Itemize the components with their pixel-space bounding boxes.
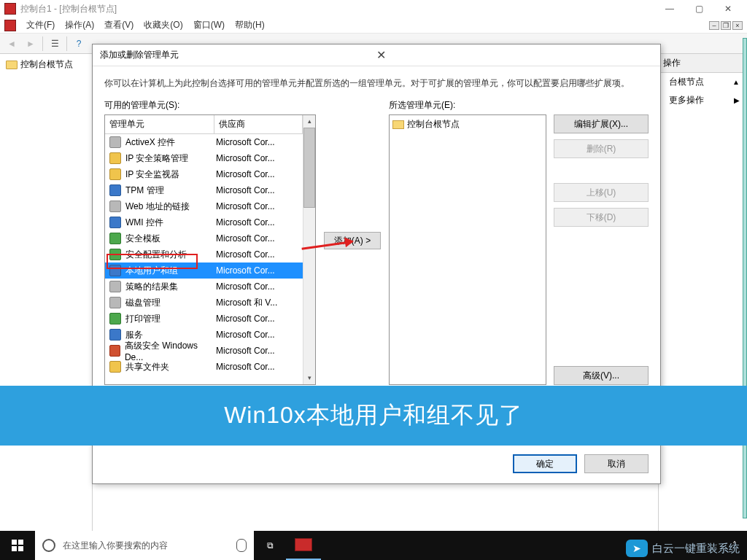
actions-section[interactable]: 台根节点 ▲: [659, 73, 747, 91]
menu-bar: 文件(F) 操作(A) 查看(V) 收藏夹(O) 窗口(W) 帮助(H) – ❐…: [0, 18, 747, 34]
list-scrollbar[interactable]: ▴ ▾: [303, 115, 315, 384]
cloud-icon: ➤: [626, 540, 648, 557]
snapin-icon: [109, 217, 121, 228]
menu-help[interactable]: 帮助(H): [235, 19, 265, 31]
snapin-row[interactable]: IP 安全策略管理Microsoft Cor...: [105, 150, 303, 166]
dialog-title: 添加或删除管理单元: [100, 49, 376, 61]
menu-file[interactable]: 文件(F): [26, 19, 55, 31]
snapin-row[interactable]: 本地用户和组Microsoft Cor...: [105, 262, 303, 279]
snapin-row[interactable]: TPM 管理Microsoft Cor...: [105, 182, 303, 198]
actions-more[interactable]: 更多操作 ▶: [659, 91, 747, 109]
snapin-name: ActiveX 控件: [125, 136, 175, 149]
snapin-row[interactable]: 打印管理Microsoft Cor...: [105, 311, 303, 327]
tree-root-item[interactable]: 控制台根节点: [3, 57, 89, 72]
snapin-icon: [109, 281, 121, 292]
selected-root-item[interactable]: 控制台根节点: [392, 118, 543, 131]
snapin-name: 安全配置和分析: [125, 249, 187, 261]
snapin-vendor: Microsoft Cor...: [212, 362, 303, 372]
snapin-vendor: Microsoft Cor...: [212, 153, 303, 163]
back-button[interactable]: ◄: [3, 35, 20, 52]
snapin-icon: [109, 168, 121, 180]
dialog-title-bar: 添加或删除管理单元 ✕: [93, 44, 660, 66]
scroll-down-button[interactable]: ▾: [303, 372, 315, 384]
snapin-name: WMI 控件: [125, 217, 163, 229]
maximize-button[interactable]: ▢: [684, 1, 713, 17]
forward-button[interactable]: ►: [22, 35, 39, 52]
scroll-thumb[interactable]: [303, 128, 315, 208]
move-up-button[interactable]: 上移(U): [554, 183, 649, 202]
snapin-row[interactable]: 安全模板Microsoft Cor...: [105, 230, 303, 246]
start-button[interactable]: [0, 531, 35, 560]
snapin-row[interactable]: 策略的结果集Microsoft Cor...: [105, 279, 303, 295]
snapin-name: Web 地址的链接: [125, 201, 190, 213]
snapin-name: IP 安全策略管理: [125, 152, 188, 165]
cancel-button[interactable]: 取消: [584, 454, 649, 473]
cortana-icon: [42, 539, 55, 552]
folder-icon: [6, 61, 18, 69]
search-box[interactable]: 在这里输入你要搜索的内容: [35, 531, 254, 560]
menu-window[interactable]: 窗口(W): [193, 19, 225, 31]
snapin-icon: [109, 152, 121, 164]
taskbar-app-mmc[interactable]: [286, 531, 321, 560]
menu-view[interactable]: 查看(V): [104, 19, 133, 31]
snapin-name: 策略的结果集: [125, 281, 178, 293]
menu-favorites[interactable]: 收藏夹(O): [144, 19, 182, 31]
help-button[interactable]: ?: [70, 35, 88, 52]
snapin-icon: [109, 345, 120, 357]
mdi-controls: – ❐ ×: [709, 21, 743, 30]
snapin-icon: [109, 184, 121, 196]
snapin-name: 高级安全 Windows De...: [125, 340, 212, 362]
move-down-button[interactable]: 下移(D): [554, 208, 649, 227]
window-title: 控制台1 - [控制台根节点]: [20, 3, 655, 15]
edit-extensions-button[interactable]: 编辑扩展(X)...: [554, 114, 649, 133]
menu-action[interactable]: 操作(A): [65, 19, 94, 31]
remove-button[interactable]: 删除(R): [554, 139, 649, 158]
minimize-button[interactable]: —: [655, 1, 684, 17]
advanced-button[interactable]: 高级(V)...: [554, 366, 649, 385]
snapin-name: 本地用户和组: [125, 265, 178, 277]
available-label: 可用的管理单元(S):: [104, 96, 316, 114]
mmc-app-icon: [295, 538, 312, 551]
banner-text: Win10x本地用户和组不见了: [224, 400, 523, 432]
mdi-close[interactable]: ×: [732, 21, 743, 30]
snapin-icon: [109, 136, 121, 148]
snapin-name: TPM 管理: [125, 184, 164, 197]
snapin-row[interactable]: 磁盘管理Microsoft 和 V...: [105, 295, 303, 311]
snapin-name: 安全模板: [125, 233, 160, 245]
dialog-close-button[interactable]: ✕: [376, 48, 653, 62]
snapin-vendor: Microsoft Cor...: [212, 265, 303, 276]
snapin-row[interactable]: Web 地址的链接Microsoft Cor...: [105, 198, 303, 214]
snapin-icon: [109, 201, 121, 212]
available-snapins-list: 管理单元 供应商 ActiveX 控件Microsoft Cor...IP 安全…: [104, 114, 316, 385]
snapin-row[interactable]: 高级安全 Windows De...Microsoft Cor...: [105, 343, 303, 359]
snapin-icon: [109, 265, 121, 276]
snapin-vendor: Microsoft Cor...: [212, 233, 303, 244]
selected-snapins-box[interactable]: 控制台根节点: [389, 114, 546, 385]
snapin-row[interactable]: 共享文件夹Microsoft Cor...: [105, 359, 303, 375]
col-snapin[interactable]: 管理单元: [105, 115, 214, 133]
mic-icon[interactable]: [236, 539, 247, 552]
dialog-intro: 你可以在计算机上为此控制台选择可用的管理单元并配置所选的一组管理单元。对于可扩展…: [93, 66, 660, 96]
close-button[interactable]: ✕: [713, 1, 743, 17]
mdi-restore[interactable]: ❐: [721, 21, 731, 30]
snapin-name: 共享文件夹: [125, 361, 169, 373]
mmc-app-icon: [4, 3, 16, 15]
scroll-up-button[interactable]: ▴: [303, 115, 315, 128]
snapin-vendor: Microsoft Cor...: [212, 201, 303, 211]
mdi-minimize[interactable]: –: [709, 21, 719, 30]
snapin-row[interactable]: WMI 控件Microsoft Cor...: [105, 214, 303, 230]
ok-button[interactable]: 确定: [513, 454, 577, 473]
snapin-vendor: Microsoft Cor...: [212, 217, 303, 228]
snapin-vendor: Microsoft 和 V...: [212, 297, 303, 309]
snapin-row[interactable]: 安全配置和分析Microsoft Cor...: [105, 246, 303, 262]
show-hide-tree-button[interactable]: ☰: [46, 35, 63, 52]
col-vendor[interactable]: 供应商: [214, 115, 303, 133]
snapin-row[interactable]: ActiveX 控件Microsoft Cor...: [105, 134, 303, 150]
snapin-icon: [109, 233, 121, 244]
snapin-vendor: Microsoft Cor...: [212, 314, 303, 324]
snapin-row[interactable]: IP 安全监视器Microsoft Cor...: [105, 166, 303, 182]
tree-pane: 控制台根节点: [0, 54, 93, 538]
task-view-button[interactable]: ⧉: [254, 540, 286, 551]
watermark-logo: ➤ 白云一键重装系统: [626, 540, 740, 557]
overlay-banner: Win10x本地用户和组不见了: [0, 386, 747, 446]
